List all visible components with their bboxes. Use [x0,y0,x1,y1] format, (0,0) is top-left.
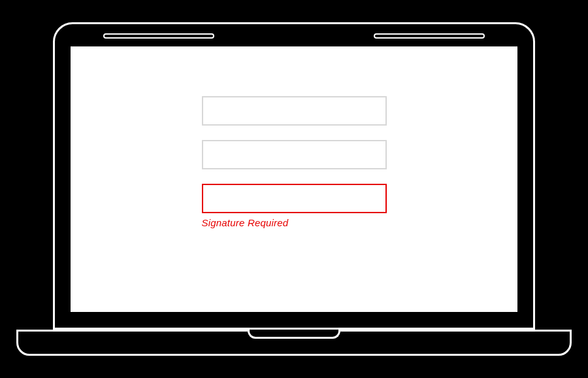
input-field-2[interactable] [202,140,387,169]
form: Signature Required [202,96,387,228]
input-field-1[interactable] [202,96,387,126]
error-message: Signature Required [202,217,289,228]
speaker-row [71,33,517,39]
trackpad-notch [248,330,340,339]
laptop-diagram: Signature Required [16,22,572,356]
speaker-right [374,33,485,39]
laptop-base [16,330,572,356]
signature-field[interactable] [202,184,387,213]
laptop-screen: Signature Required [71,46,517,312]
speaker-left [103,33,214,39]
laptop-bezel: Signature Required [53,22,535,330]
